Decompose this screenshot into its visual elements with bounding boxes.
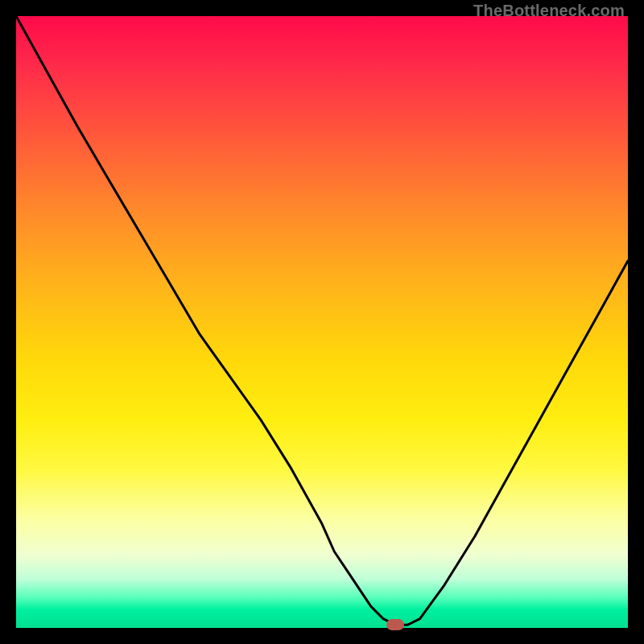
chart-container: TheBottleneck.com <box>0 0 644 644</box>
bottleneck-curve <box>16 16 628 628</box>
plot-area <box>16 16 628 628</box>
optimal-point-marker <box>386 619 404 630</box>
